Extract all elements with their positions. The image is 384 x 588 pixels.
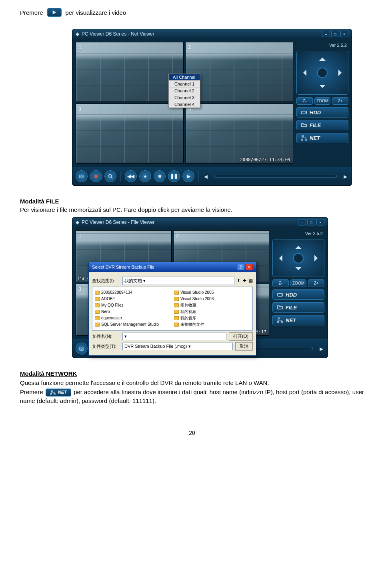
ptz-center-icon[interactable] — [293, 253, 304, 263]
intro-line: Premere per visualizzare i video — [20, 8, 364, 17]
dialog-close-button[interactable]: × — [246, 264, 253, 270]
camera-1[interactable]: 1 — [76, 42, 184, 102]
ptz-control[interactable] — [296, 51, 348, 95]
minimize-button[interactable]: – — [322, 31, 330, 37]
volume-up-icon[interactable]: ► — [342, 173, 348, 180]
stop-button[interactable]: ■ — [154, 170, 166, 182]
filename-input[interactable]: ▾ — [122, 333, 226, 340]
minimize-button[interactable]: – — [298, 219, 306, 225]
maximize-button[interactable]: □ — [331, 31, 339, 37]
camera-3[interactable]: 3 — [76, 104, 184, 163]
file-button[interactable]: FILE — [296, 120, 348, 130]
zoom-out-button[interactable]: Z- — [272, 279, 289, 287]
svg-rect-5 — [305, 139, 307, 140]
next-button[interactable]: ▶ — [182, 170, 194, 182]
file-list[interactable]: 20050220094134 ADOBE My QQ Files Nero qq… — [92, 287, 253, 331]
list-item[interactable]: Nero — [95, 309, 171, 315]
capture-button[interactable] — [76, 343, 88, 355]
svg-rect-13 — [278, 318, 280, 319]
titlebar: ◆ PC Viewer D6 Series - Net Viewer – □ × — [72, 29, 352, 39]
close-button[interactable]: × — [316, 219, 324, 225]
close-button[interactable]: × — [340, 31, 348, 37]
network-line2: Premere NET per accedere alla finestra d… — [20, 388, 364, 406]
ptz-right-icon[interactable] — [338, 70, 345, 76]
folder-icon — [301, 122, 307, 128]
net-label: NET — [310, 135, 320, 141]
net-button[interactable]: NET — [296, 133, 348, 143]
ptz-left-icon[interactable] — [276, 255, 282, 261]
look-in-select[interactable]: 我的文档 ▾ — [122, 277, 234, 285]
svg-rect-21 — [51, 390, 52, 391]
network-icon — [301, 135, 307, 141]
list-item[interactable]: 20050220094134 — [95, 289, 171, 296]
app-icon: ◆ — [76, 31, 79, 37]
ptz-control[interactable] — [272, 239, 324, 277]
play-icon — [52, 10, 57, 15]
net-viewer-window: ◆ PC Viewer D6 Series - Net Viewer – □ ×… — [72, 29, 352, 186]
ctx-item[interactable]: Channel 3 — [169, 94, 200, 101]
zoom-row: Z- ZOOM Z+ — [296, 97, 348, 105]
zoom-in-button[interactable]: Z+ — [332, 97, 348, 105]
list-item[interactable]: qqpcmaster — [95, 315, 171, 321]
list-item[interactable]: 我的音乐 — [174, 315, 250, 321]
hdd-button[interactable]: HDD — [296, 107, 348, 118]
grid-timestamp: 2008/06/27 11:34:09 — [240, 157, 290, 162]
list-item[interactable]: 图片收藏 — [174, 302, 250, 309]
ptz-up-icon[interactable] — [295, 243, 302, 249]
ptz-center-icon[interactable] — [317, 68, 328, 78]
window-title: PC Viewer D6 Series - File Viewer — [82, 219, 154, 225]
app-icon: ◆ — [76, 219, 79, 225]
filetype-label: 文件类型(T): — [92, 343, 120, 349]
prev-button[interactable]: ◀◀ — [125, 170, 137, 182]
hdd-label: HDD — [310, 110, 321, 116]
network-line1: Questa funzione permette l'accesso e il … — [20, 379, 364, 388]
ptz-up-icon[interactable] — [319, 54, 326, 61]
maximize-button[interactable]: □ — [307, 219, 315, 225]
network-icon — [277, 317, 283, 323]
list-item[interactable]: Visual Studio 2008 — [174, 296, 250, 302]
camera-grid: 1114'/75' 2 3 4 184'/75' 2008/05/21 16:0… — [76, 230, 269, 336]
list-item[interactable]: SQL Server Management Studio — [95, 321, 171, 328]
zoom-in-button[interactable]: Z+ — [308, 279, 324, 287]
search-button[interactable] — [104, 170, 116, 182]
channel-context-menu[interactable]: All Channel Channel 1 Channel 2 Channel … — [168, 74, 200, 108]
camera-4[interactable]: 4 2008/06/27 11:34:09 — [185, 104, 293, 163]
hdd-button[interactable]: HDD — [272, 289, 324, 300]
ctx-item[interactable]: Channel 4 — [169, 101, 200, 108]
net-button-inline[interactable]: NET — [46, 389, 71, 397]
record-button[interactable] — [90, 170, 102, 182]
new-folder-icon[interactable]: ✚ — [243, 278, 246, 283]
intro-tail: per visualizzare i video — [66, 9, 126, 16]
play-button[interactable]: ● — [139, 170, 151, 182]
press-label: Premere — [20, 389, 43, 395]
capture-button[interactable] — [76, 170, 88, 182]
up-folder-icon[interactable]: ⬆ — [237, 278, 240, 283]
list-item[interactable]: My QQ Files — [95, 302, 171, 309]
play-button-inline[interactable] — [47, 8, 62, 17]
camera-2[interactable]: 2 — [185, 42, 293, 102]
ptz-right-icon[interactable] — [314, 255, 321, 261]
dialog-help-button[interactable]: ? — [237, 264, 244, 270]
list-item[interactable]: Visual Studio 2005 — [174, 289, 250, 296]
ptz-left-icon[interactable] — [300, 70, 306, 76]
volume-slider[interactable] — [214, 175, 337, 178]
volume-up-icon[interactable]: ► — [318, 345, 324, 352]
ctx-item[interactable]: Channel 2 — [169, 87, 200, 94]
view-menu-icon[interactable]: ▦ — [249, 278, 253, 283]
list-item[interactable]: ADOBE — [95, 296, 171, 302]
file-button[interactable]: FILE — [272, 302, 324, 313]
list-item[interactable]: 未接收的文件 — [174, 321, 250, 328]
ptz-down-icon[interactable] — [319, 85, 326, 91]
list-item[interactable]: 我的视频 — [174, 309, 250, 315]
network-icon — [50, 390, 56, 395]
open-button[interactable]: 打开(O) — [229, 332, 253, 341]
pause-button[interactable]: ❚❚ — [168, 170, 180, 182]
ptz-down-icon[interactable] — [295, 267, 302, 273]
filetype-select[interactable]: DVR Stream Backup File (.mcg) ▾ — [122, 343, 233, 350]
ctx-item[interactable]: Channel 1 — [169, 80, 200, 87]
cancel-button[interactable]: 取消 — [235, 342, 253, 351]
net-button[interactable]: NET — [272, 315, 324, 325]
zoom-out-button[interactable]: Z- — [296, 97, 313, 105]
dialog-titlebar: Select DVR Stream Backup File ? × — [89, 262, 256, 272]
volume-down-icon[interactable]: ◄ — [203, 173, 209, 180]
